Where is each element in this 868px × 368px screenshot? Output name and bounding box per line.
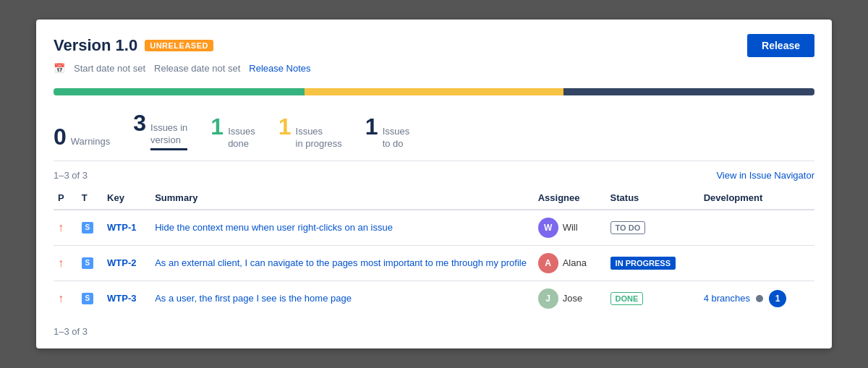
view-navigator-link[interactable]: View in Issue Navigator bbox=[716, 170, 814, 181]
priority-icon: ↑ bbox=[58, 292, 68, 302]
meta-row: 📅 Start date not set Release date not se… bbox=[54, 63, 814, 74]
development-cell bbox=[699, 245, 814, 281]
priority-cell: ↑ bbox=[54, 245, 77, 281]
priority-icon: ↑ bbox=[58, 221, 68, 231]
type-cell: S bbox=[77, 281, 103, 316]
stat-issues-version-label: Issues inversion bbox=[150, 122, 187, 150]
progress-done bbox=[54, 88, 305, 95]
stat-issues-inprogress: 1 Issuesin progress bbox=[278, 114, 342, 150]
key-cell[interactable]: WTP-2 bbox=[103, 245, 150, 281]
assignee-name: Jose bbox=[563, 293, 582, 304]
branch-dot bbox=[756, 295, 763, 302]
assignee-cell: W Will bbox=[534, 210, 606, 246]
stat-issues-inprogress-label: Issuesin progress bbox=[296, 126, 342, 150]
release-button[interactable]: Release bbox=[747, 34, 814, 57]
summary-cell[interactable]: As a user, the first page I see is the h… bbox=[150, 281, 534, 316]
stat-issues-todo: 1 Issuesto do bbox=[365, 114, 409, 150]
stat-issues-todo-label: Issuesto do bbox=[383, 126, 410, 150]
summary-cell[interactable]: As an external client, I can navigate to… bbox=[150, 245, 534, 281]
stat-warnings: 0 Warnings bbox=[54, 124, 110, 150]
stat-issues-done-label: Issuesdone bbox=[228, 126, 255, 150]
table-row: ↑SWTP-2As an external client, I can navi… bbox=[54, 245, 814, 281]
issue-count-row: 1–3 of 3 View in Issue Navigator bbox=[54, 170, 814, 181]
main-card: Version 1.0 UNRELEASED Release 📅 Start d… bbox=[36, 20, 832, 348]
col-summary: Summary bbox=[150, 187, 534, 210]
issue-summary-link[interactable]: Hide the context menu when user right-cl… bbox=[155, 222, 393, 233]
unreleased-badge: UNRELEASED bbox=[145, 40, 213, 51]
avatar: A bbox=[538, 253, 558, 273]
type-icon: S bbox=[82, 257, 93, 269]
status-cell: IN PROGRESS bbox=[606, 245, 699, 281]
type-icon: S bbox=[82, 293, 93, 304]
calendar-icon: 📅 bbox=[54, 63, 65, 74]
col-assignee: Assignee bbox=[534, 187, 606, 210]
stat-issues-version-number: 3 bbox=[133, 110, 146, 137]
key-cell[interactable]: WTP-3 bbox=[103, 281, 150, 316]
issue-key-link[interactable]: WTP-3 bbox=[107, 293, 136, 304]
assignee-name: Alana bbox=[563, 257, 587, 268]
release-date: Release date not set bbox=[154, 63, 240, 74]
assignee-cell: A Alana bbox=[534, 245, 606, 281]
priority-icon: ↑ bbox=[58, 257, 68, 267]
stat-issues-inprogress-number: 1 bbox=[278, 114, 292, 140]
table-row: ↑SWTP-1Hide the context menu when user r… bbox=[54, 210, 814, 246]
avatar: W bbox=[538, 218, 558, 238]
summary-cell[interactable]: Hide the context menu when user right-cl… bbox=[150, 210, 534, 246]
type-icon: S bbox=[82, 222, 93, 234]
col-development: Development bbox=[699, 187, 814, 210]
col-priority: P bbox=[54, 187, 77, 210]
development-cell: 4 branches 1 bbox=[699, 281, 814, 316]
stat-issues-done-number: 1 bbox=[210, 114, 224, 140]
issue-summary-link[interactable]: As a user, the first page I see is the h… bbox=[155, 293, 352, 304]
assignee-name: Will bbox=[563, 222, 578, 233]
stat-issues-done: 1 Issuesdone bbox=[210, 114, 255, 150]
issue-key-link[interactable]: WTP-1 bbox=[107, 222, 136, 233]
stat-issues-todo-number: 1 bbox=[365, 114, 378, 140]
priority-cell: ↑ bbox=[54, 281, 77, 316]
stat-warnings-label: Warnings bbox=[71, 136, 110, 148]
progress-inprogress bbox=[305, 88, 563, 95]
table-header-row: P T Key Summary Assignee Status Developm… bbox=[54, 187, 814, 210]
development-cell bbox=[699, 210, 814, 246]
assignee-cell: J Jose bbox=[534, 281, 606, 316]
stats-row: 0 Warnings 3 Issues inversion 1 Issuesdo… bbox=[54, 110, 814, 161]
key-cell[interactable]: WTP-1 bbox=[103, 210, 150, 246]
status-badge: IN PROGRESS bbox=[610, 257, 676, 270]
progress-bar bbox=[54, 88, 814, 95]
issue-key-link[interactable]: WTP-2 bbox=[107, 257, 136, 268]
issue-summary-link[interactable]: As an external client, I can navigate to… bbox=[155, 257, 527, 268]
type-cell: S bbox=[77, 245, 103, 281]
table-row: ↑SWTP-3As a user, the first page I see i… bbox=[54, 281, 814, 316]
type-cell: S bbox=[77, 210, 103, 246]
status-badge: TO DO bbox=[610, 221, 646, 234]
header-row: Version 1.0 UNRELEASED Release bbox=[54, 34, 814, 57]
col-key: Key bbox=[103, 187, 150, 210]
status-cell: DONE bbox=[606, 281, 699, 316]
version-title: Version 1.0 bbox=[54, 36, 137, 55]
branches-link[interactable]: 4 branches bbox=[704, 293, 750, 304]
issue-count: 1–3 of 3 bbox=[54, 170, 88, 181]
release-notes-link[interactable]: Release Notes bbox=[249, 63, 310, 74]
avatar: J bbox=[538, 288, 558, 309]
stat-issues-version[interactable]: 3 Issues inversion bbox=[133, 110, 187, 150]
col-type: T bbox=[77, 187, 103, 210]
start-date: Start date not set bbox=[74, 63, 145, 74]
title-area: Version 1.0 UNRELEASED bbox=[54, 36, 213, 55]
progress-todo bbox=[563, 88, 814, 95]
dev-badge: 1 bbox=[769, 290, 786, 307]
priority-cell: ↑ bbox=[54, 210, 77, 246]
col-status: Status bbox=[606, 187, 699, 210]
footer-count: 1–3 of 3 bbox=[54, 326, 814, 337]
status-badge: DONE bbox=[610, 292, 644, 305]
stat-warnings-number: 0 bbox=[54, 124, 67, 150]
issues-table: P T Key Summary Assignee Status Developm… bbox=[54, 187, 814, 316]
status-cell: TO DO bbox=[606, 210, 699, 246]
